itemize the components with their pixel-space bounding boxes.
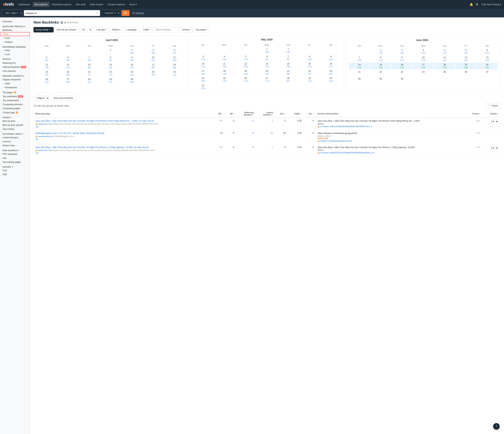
sidebar-competing-pages[interactable]: Competing pages: [0, 106, 30, 111]
sidebar-organic-movements[interactable]: • Movements: [0, 86, 30, 90]
ref-page-url-link[interactable]: doitheocon.com: [38, 149, 52, 151]
cal-cell[interactable]: 26 2.1K: [235, 76, 256, 83]
cal-cell[interactable]: 7 2.8K: [349, 55, 370, 62]
cal-cell[interactable]: 2 505: [121, 48, 142, 55]
help-button[interactable]: ?: [493, 423, 500, 430]
protocol-select[interactable]: http + https ▾: [3, 10, 22, 16]
cal-cell[interactable]: 15 3.5K: [370, 63, 391, 69]
linked-domains-link[interactable]: 1: [272, 120, 273, 122]
cal-cell[interactable]: 15 930: [100, 63, 121, 69]
cal-cell[interactable]: 8 821: [100, 55, 121, 62]
nav-keywords-explorer[interactable]: Keywords explorer: [50, 2, 73, 7]
cal-cell[interactable]: 21 777: [79, 70, 100, 77]
traffic-button[interactable]: Traffic ▾: [141, 27, 153, 32]
cal-cell[interactable]: 29 1.1K: [299, 76, 320, 83]
cal-cell[interactable]: 5 1.9K: [455, 48, 477, 55]
ref-domains-link[interactable]: 0: [252, 146, 254, 148]
sidebar-outgoing-anchors[interactable]: Anchors: [0, 139, 30, 144]
sidebar-csv[interactable]: CSV: [0, 169, 30, 173]
nav-content-explorer[interactable]: Content explorer: [106, 2, 127, 7]
notification-icon[interactable]: 🔔: [469, 3, 473, 6]
cal-cell[interactable]: 23: [391, 70, 413, 76]
sidebar-top-pages[interactable]: Top pages 🔥: [0, 90, 30, 94]
sidebar-top-content[interactable]: Top content: [0, 127, 30, 131]
cal-cell[interactable]: 18 3.5K: [434, 63, 455, 69]
cal-cell[interactable]: 7 971: [278, 54, 299, 61]
cal-cell[interactable]: 5 1.4K: [235, 54, 256, 61]
cal-cell[interactable]: 4 1.2K: [214, 54, 235, 61]
sidebar-ppc-keywords[interactable]: PPC keywords: [0, 152, 30, 156]
cal-cell[interactable]: 31 1.5K: [193, 83, 214, 90]
linked-domains-link[interactable]: 15: [270, 132, 273, 134]
cal-cell[interactable]: 25: [434, 70, 455, 76]
cal-cell[interactable]: 30 538: [121, 77, 142, 84]
sidebar-internal-backlinks[interactable]: Internal backlinks NEW: [0, 65, 30, 69]
settings-gear-button[interactable]: ⚙: [88, 27, 93, 32]
cal-cell[interactable]: 22 733: [299, 69, 320, 76]
cal-cell[interactable]: 4 674: [164, 48, 185, 55]
cal-cell[interactable]: 3 850: [143, 48, 164, 55]
cal-cell[interactable]: 20 864: [58, 70, 79, 77]
cal-cell[interactable]: 29 912: [100, 77, 121, 84]
cal-cell[interactable]: 6 657: [58, 55, 79, 62]
sidebar-competing-domains[interactable]: Competing domains: [0, 102, 30, 106]
cal-cell[interactable]: 20 2.1K: [257, 69, 278, 76]
cal-cell[interactable]: 7 360: [79, 55, 100, 62]
cal-cell[interactable]: 19 3.6K: [455, 63, 477, 69]
cal-cell[interactable]: 12 3.4K: [455, 55, 477, 62]
cal-cell[interactable]: 8 1.0K: [299, 54, 320, 61]
cal-cell[interactable]: 1 899: [257, 47, 278, 54]
cal-next-btn[interactable]: ›: [495, 38, 498, 42]
cal-cell[interactable]: 19 2.6K: [235, 69, 256, 76]
similar-select[interactable]: 2 ▾: [489, 146, 499, 150]
sidebar-linked-domains[interactable]: Linked domains: [0, 136, 30, 139]
nav-site-audit[interactable]: Site audit: [74, 2, 87, 7]
cal-cell[interactable]: 28 957: [278, 76, 299, 83]
sidebar-broken-backlinks[interactable]: • Broken: [0, 40, 30, 44]
show-new-backlinks-button[interactable]: Show New backlinks: [51, 95, 76, 101]
search-input[interactable]: [24, 10, 100, 16]
cal-cell[interactable]: 5 600: [36, 55, 57, 62]
cal-cell[interactable]: 9 2.1K: [320, 54, 341, 61]
cal-cell[interactable]: 22 1.1K: [100, 70, 121, 77]
cal-cell[interactable]: 12 1.0K: [36, 63, 57, 69]
include-button[interactable]: Include ▾: [180, 27, 193, 32]
cal-cell[interactable]: 8 3.2K: [370, 55, 391, 62]
cal-cell[interactable]: 23 270: [320, 69, 341, 76]
cal-cell[interactable]: 1 1.4K: [370, 48, 391, 55]
cal-cell[interactable]: 3 1.8K: [413, 48, 434, 55]
cal-cell[interactable]: 25 1.2K: [164, 70, 185, 77]
cal-cell[interactable]: 23 1.2K: [121, 70, 142, 77]
cal-prev-btn[interactable]: ‹: [36, 38, 39, 42]
cal-cell[interactable]: 17 2.3K: [413, 63, 434, 69]
cal-cell[interactable]: 25 1.2K: [214, 76, 235, 83]
cal-cell[interactable]: 20 289: [477, 63, 498, 69]
ref-page-link[interactable]: Noithatgianguyen.com | 112.78.2.247, Sim…: [35, 132, 211, 135]
cal-cell[interactable]: 6 2.5K: [477, 48, 498, 55]
cal-cell[interactable]: 26 1.2K: [36, 77, 57, 84]
cal-cell[interactable]: 17 825: [143, 63, 164, 69]
cal-cell[interactable]: 28 614: [79, 77, 100, 84]
cal-cell[interactable]: 21: [349, 70, 370, 76]
all-button[interactable]: All: [80, 27, 87, 32]
cal-cell[interactable]: 13 4.0K: [477, 55, 498, 62]
cal-cell[interactable]: 2 1.5K: [278, 47, 299, 54]
user-menu[interactable]: Trần Nam Phong ▾: [481, 3, 501, 6]
sidebar-overview[interactable]: Overview: [0, 19, 30, 24]
nav-rank-tracker[interactable]: Rank tracker: [88, 2, 105, 7]
sidebar-pdf[interactable]: PDF: [0, 173, 30, 176]
cal-cell[interactable]: 13 2.3K: [257, 62, 278, 69]
cal-cell[interactable]: 19 509: [36, 70, 57, 77]
ref-page-url-link[interactable]: www.sitelinks.info: [38, 135, 54, 138]
nav-dashboard[interactable]: Dashboard: [17, 2, 32, 7]
sidebar-lost-backlinks[interactable]: • Lost: [0, 36, 30, 40]
linked-domains-link[interactable]: 1: [272, 146, 273, 148]
cal-cell[interactable]: 24: [413, 70, 434, 76]
settings-link[interactable]: ⚙ Settings: [132, 12, 144, 15]
cal-cell[interactable]: 15 2.2K: [299, 62, 320, 69]
logo[interactable]: ahrefs: [3, 2, 14, 7]
any-target-button[interactable]: Any target ▾: [194, 27, 209, 32]
ref-page-link[interactable]: Jack chia cổng + Giắc Chia cổng Vừa Sạc …: [35, 146, 211, 149]
cal-cell[interactable]: 13 1.1K: [58, 63, 79, 69]
sidebar-ref-lost[interactable]: • Lost: [0, 52, 30, 56]
